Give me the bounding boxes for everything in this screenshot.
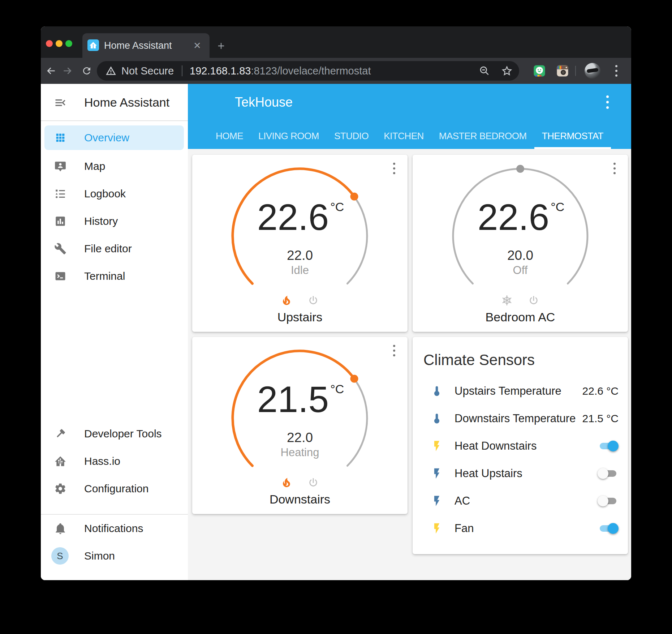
zoom-out-icon[interactable]	[479, 65, 490, 77]
tab-close-icon[interactable]: ✕	[191, 40, 203, 51]
sidebar-item-history[interactable]: History	[41, 207, 188, 235]
lightning-bolt-icon	[431, 495, 443, 507]
sensor-label: Upstairs Temperature	[455, 377, 561, 405]
gear-icon	[54, 483, 66, 495]
tab-master-bedroom[interactable]: MASTER BEDROOM	[431, 123, 534, 149]
app-header: TekHouse HOME LIVING ROOM STUDIO KITCHEN…	[188, 84, 631, 149]
url-path: :8123/lovelace/thermostat	[251, 65, 371, 77]
sensor-label: Fan	[455, 515, 474, 542]
sidebar-item-overview[interactable]: Overview	[41, 124, 188, 151]
thermostat-name: Downstairs	[192, 492, 408, 506]
sensor-row-heat-upstairs: Heat Upstairs	[413, 460, 628, 487]
not-secure-warning-icon[interactable]	[105, 65, 116, 76]
ac-toggle[interactable]	[600, 498, 616, 504]
url-host: 192.168.1.83	[190, 65, 251, 77]
lightning-bolt-icon	[431, 440, 443, 452]
apps-grid-icon	[54, 132, 66, 144]
tab-title: Home Assistant	[104, 33, 172, 58]
close-window-button[interactable]	[46, 40, 53, 47]
tab-home[interactable]: HOME	[208, 123, 251, 149]
sensor-label: Heat Downstairs	[455, 432, 537, 460]
tab-thermostat[interactable]: THERMOSTAT	[534, 123, 611, 149]
card-menu-icon[interactable]	[389, 343, 400, 359]
sensor-row-downstairs-temperature: Downstairs Temperature 21.5 °C	[413, 405, 628, 432]
sensor-value: 21.5 °C	[582, 405, 619, 432]
header-menu-icon[interactable]	[600, 93, 615, 111]
user-avatar: S	[51, 547, 69, 565]
url-bar[interactable]: Not Secure 192.168.1.83:8123/lovelace/th…	[97, 61, 519, 81]
sidebar-item-terminal[interactable]: Terminal	[41, 262, 188, 290]
tab-studio[interactable]: STUDIO	[327, 123, 376, 149]
sidebar-item-hassio[interactable]: Hass.io	[41, 447, 188, 475]
sidebar-item-notifications[interactable]: Notifications	[41, 515, 188, 542]
browser-profile-avatar[interactable]	[585, 63, 600, 79]
sidebar-item-map[interactable]: Map	[41, 153, 188, 180]
card-menu-icon[interactable]	[389, 160, 400, 176]
new-tab-button[interactable]	[215, 40, 227, 52]
sidebar-item-profile[interactable]: S Simon	[41, 542, 188, 570]
sidebar-header: Home Assistant	[41, 84, 188, 121]
thermostat-card-upstairs: 22.6°C 22.0 Idle Upstairs	[192, 155, 408, 332]
sensor-label: AC	[455, 487, 470, 515]
tab-strip: Home Assistant ✕	[41, 26, 631, 58]
page-title: TekHouse	[235, 95, 293, 110]
minimize-window-button[interactable]	[56, 40, 63, 47]
thermostat-name: Bedroom AC	[413, 310, 628, 324]
heat-mode-icon[interactable]	[280, 294, 293, 307]
heat-downstairs-toggle[interactable]	[600, 443, 616, 449]
target-temperature: 22.0	[192, 430, 408, 445]
sidebar-item-logbook[interactable]: Logbook	[41, 180, 188, 207]
card-title: Climate Sensors	[423, 351, 535, 369]
lightning-bolt-icon	[431, 467, 443, 480]
sidebar-item-label: Overview	[84, 124, 129, 151]
bitmoji-extension-icon[interactable]	[529, 61, 550, 81]
main-content: TekHouse HOME LIVING ROOM STUDIO KITCHEN…	[188, 84, 631, 580]
heat-mode-ic[interactable]	[280, 476, 293, 489]
home-assistant-favicon-icon	[87, 39, 99, 51]
sidebar-item-label: Logbook	[84, 180, 126, 207]
hammer-icon	[54, 428, 66, 440]
sensor-row-heat-downstairs: Heat Downstairs	[413, 432, 628, 460]
browser-toolbar: Not Secure 192.168.1.83:8123/lovelace/th…	[41, 58, 631, 84]
sidebar-item-label: Terminal	[84, 262, 125, 290]
bookmark-star-icon[interactable]	[501, 65, 513, 77]
temperature-unit: °C	[330, 382, 344, 396]
thermostat-name: Upstairs	[192, 310, 408, 324]
zoom-window-button[interactable]	[65, 40, 72, 47]
card-menu-icon[interactable]	[609, 160, 620, 176]
account-location-icon	[54, 160, 66, 172]
forward-button[interactable]	[57, 61, 78, 81]
temperature-unit: °C	[330, 200, 344, 214]
thermometer-icon	[431, 385, 443, 397]
thermostat-card-downstairs: 21.5°C 22.0 Heating Downstairs	[192, 337, 408, 514]
dashboard-body: 22.6°C 22.0 Idle Upstairs	[188, 149, 631, 580]
hvac-state: Heating	[192, 446, 408, 459]
power-off-mode-icon[interactable]	[307, 476, 320, 489]
thermostat-card-bedroom-ac: 22.6°C 20.0 Off	[413, 155, 628, 332]
power-off-mode-icon[interactable]	[307, 294, 320, 307]
sidebar-item-label: Map	[84, 153, 105, 180]
sensor-label: Heat Upstairs	[455, 460, 522, 487]
instagram-extension-icon[interactable]	[552, 61, 573, 81]
sensor-row-upstairs-temperature: Upstairs Temperature 22.6 °C	[413, 377, 628, 405]
sensor-value: 22.6 °C	[582, 377, 619, 405]
sidebar-item-label: History	[84, 207, 118, 235]
browser-tab[interactable]: Home Assistant ✕	[82, 33, 210, 58]
temperature-unit: °C	[551, 200, 564, 214]
fan-toggle[interactable]	[600, 525, 616, 532]
sidebar-item-configuration[interactable]: Configuration	[41, 475, 188, 502]
sidebar-item-developer-tools[interactable]: Developer Tools	[41, 420, 188, 447]
heat-upstairs-toggle[interactable]	[600, 470, 616, 477]
target-temperature: 22.0	[192, 248, 408, 263]
browser-menu-icon[interactable]	[610, 63, 623, 79]
tab-living-room[interactable]: LIVING ROOM	[251, 123, 327, 149]
sidebar-item-file-editor[interactable]: File editor	[41, 235, 188, 262]
sidebar-collapse-icon[interactable]	[52, 95, 68, 111]
tab-kitchen[interactable]: KITCHEN	[376, 123, 431, 149]
power-off-mode-icon[interactable]	[527, 294, 540, 307]
home-assistant-house-icon	[54, 455, 66, 467]
reload-button[interactable]	[77, 61, 97, 81]
current-temperature: 22.6°C	[192, 199, 408, 236]
current-temperature: 22.6°C	[413, 199, 628, 236]
cool-mode-snowflake-icon[interactable]	[500, 294, 513, 307]
